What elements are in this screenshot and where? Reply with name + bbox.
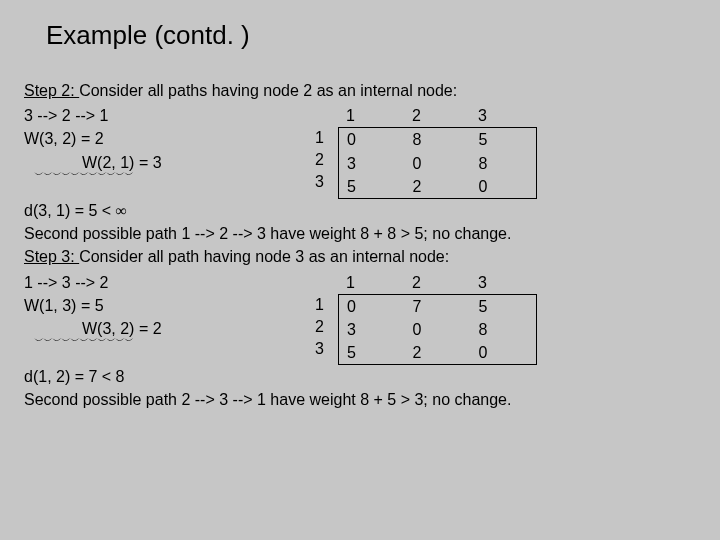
matrix-cell: 5 [471, 294, 537, 318]
matrix-cell: 2 [405, 175, 471, 199]
matrix-hdr-cell: 2 [404, 104, 470, 127]
step3-second-path: Second possible path 2 --> 3 --> 1 have … [24, 388, 696, 411]
table-row: 3 0 8 [339, 318, 537, 341]
infinity-symbol: ∞ [116, 202, 127, 219]
matrix-cell: 5 [471, 128, 537, 152]
step3-result: d(1, 2) = 7 < 8 [24, 365, 696, 388]
table-row: 3 0 8 [339, 152, 537, 175]
matrix-cell: 5 [339, 341, 405, 365]
brace-decoration: ︶︶︶︶︶︶︶︶︶︶︶ [24, 338, 304, 346]
matrix-hdr-cell: 2 [404, 271, 470, 294]
brace-decoration: ︶︶︶︶︶︶︶︶︶︶︶ [24, 172, 304, 180]
row-idx: 2 [304, 316, 332, 338]
matrix-cell: 0 [471, 341, 537, 365]
step2-w2: W(2, 1) = 3 [24, 151, 304, 174]
matrix-cell: 0 [339, 294, 405, 318]
step2-label: Step 2: [24, 82, 79, 99]
matrix-cell: 5 [339, 175, 405, 199]
matrix-cell: 0 [405, 318, 471, 341]
row-idx: 1 [304, 294, 332, 316]
step2-matrix-header: 1 2 3 [338, 104, 536, 127]
matrix-cell: 8 [471, 152, 537, 175]
matrix-cell: 7 [405, 294, 471, 318]
step2-heading: Step 2: Consider all paths having node 2… [24, 79, 696, 102]
step3-heading: Step 3: Consider all path having node 3 … [24, 245, 696, 268]
step2-result: d(3, 1) = 5 < ∞ [24, 199, 696, 222]
step2-w1: W(3, 2) = 2 [24, 127, 304, 150]
matrix-cell: 3 [339, 152, 405, 175]
matrix-hdr-cell: 1 [338, 271, 404, 294]
matrix-cell: 0 [339, 128, 405, 152]
step2-path-row: 3 --> 2 --> 1 1 2 3 [24, 104, 696, 127]
row-idx: 1 [304, 127, 332, 149]
step3-path-row: 1 --> 3 --> 2 1 2 3 [24, 271, 696, 294]
step3-path: 1 --> 3 --> 2 [24, 271, 304, 294]
table-row: 5 2 0 [339, 341, 537, 365]
matrix-cell: 8 [471, 318, 537, 341]
step3-w1: W(1, 3) = 5 [24, 294, 304, 317]
step2-row-indices: 1 2 3 [304, 127, 332, 193]
table-row: 0 7 5 [339, 294, 537, 318]
slide-title: Example (contd. ) [24, 20, 696, 51]
step3-label: Step 3: [24, 248, 79, 265]
matrix-cell: 8 [405, 128, 471, 152]
step3-desc: Consider all path having node 3 as an in… [79, 248, 449, 265]
row-idx: 2 [304, 149, 332, 171]
table-row: 0 8 5 [339, 128, 537, 152]
step2-desc: Consider all paths having node 2 as an i… [79, 82, 457, 99]
row-idx: 3 [304, 338, 332, 360]
step3-matrix: 0 7 5 3 0 8 5 2 0 [338, 294, 537, 366]
step2-second-path: Second possible path 1 --> 2 --> 3 have … [24, 222, 696, 245]
step3-matrix-header: 1 2 3 [338, 271, 536, 294]
matrix-cell: 0 [471, 175, 537, 199]
step2-matrix: 0 8 5 3 0 8 5 2 0 [338, 127, 537, 199]
matrix-hdr-cell: 1 [338, 104, 404, 127]
step2-result-text: d(3, 1) = 5 < [24, 202, 116, 219]
matrix-hdr-cell: 3 [470, 104, 536, 127]
matrix-cell: 0 [405, 152, 471, 175]
slide-body: Step 2: Consider all paths having node 2… [24, 79, 696, 412]
matrix-cell: 2 [405, 341, 471, 365]
matrix-cell: 3 [339, 318, 405, 341]
step3-row-indices: 1 2 3 [304, 294, 332, 360]
matrix-hdr-cell: 3 [470, 271, 536, 294]
step3-matrix-row: W(1, 3) = 5 W(3, 2) = 2 ︶︶︶︶︶︶︶︶︶︶︶ 1 2 … [24, 294, 696, 366]
step2-matrix-row: W(3, 2) = 2 W(2, 1) = 3 ︶︶︶︶︶︶︶︶︶︶︶ 1 2 … [24, 127, 696, 199]
step3-w2: W(3, 2) = 2 [24, 317, 304, 340]
row-idx: 3 [304, 171, 332, 193]
table-row: 5 2 0 [339, 175, 537, 199]
step2-path: 3 --> 2 --> 1 [24, 104, 304, 127]
